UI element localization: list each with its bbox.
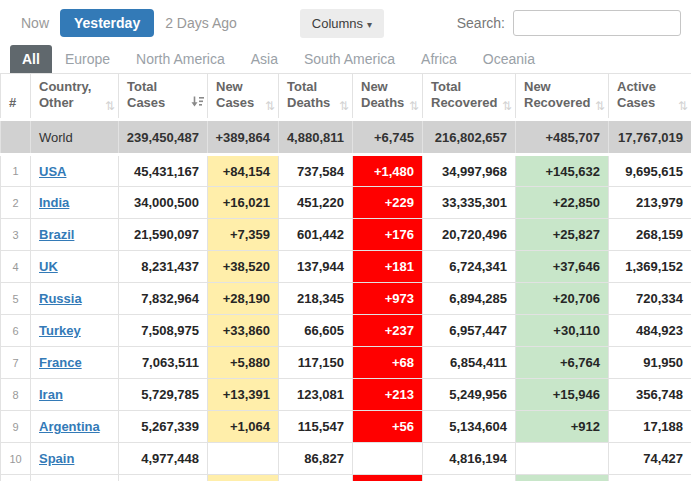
table-row: 3Brazil21,590,097+7,359601,442+17620,720…	[1, 219, 691, 251]
tab-oceania[interactable]: Oceania	[470, 45, 548, 73]
new-recovered-cell: +37,646	[516, 251, 609, 283]
time-filter-now[interactable]: Now	[10, 10, 60, 36]
country-link[interactable]: Iran	[39, 387, 63, 402]
new-recovered-cell	[516, 475, 609, 481]
new-deaths-cell: +229	[353, 187, 423, 219]
table-row	[1, 475, 691, 481]
tab-africa[interactable]: Africa	[408, 45, 470, 73]
new-recovered-cell: +6,764	[516, 347, 609, 379]
total-recovered-cell: 6,724,341	[423, 251, 516, 283]
rank-cell: 5	[1, 283, 31, 315]
active-cases-cell: 1,369,152	[609, 251, 691, 283]
col-header-total-cases[interactable]: Total Cases	[119, 74, 208, 120]
new-cases-cell: +16,021	[208, 187, 279, 219]
country-link[interactable]: Argentina	[39, 419, 100, 434]
columns-dropdown-label: Columns	[312, 16, 363, 31]
col-header-new-recovered[interactable]: New Recovered⇅	[516, 74, 609, 120]
new-cases-cell	[208, 475, 279, 481]
total-cases-cell: 5,267,339	[119, 411, 208, 443]
col-header-new-cases[interactable]: New Cases⇅	[208, 74, 279, 120]
col-header-label: Total Cases	[127, 79, 165, 110]
rank-cell	[1, 475, 31, 481]
total-cases-cell: 45,431,167	[119, 155, 208, 187]
sort-both-icon: ⇅	[595, 100, 605, 112]
rank-cell: 3	[1, 219, 31, 251]
country-cell: Turkey	[31, 315, 119, 347]
total-cases-cell: 21,590,097	[119, 219, 208, 251]
covid-stats-page: NowYesterday2 Days Ago Columns▾ Search: …	[0, 0, 691, 481]
country-link[interactable]: Turkey	[39, 323, 81, 338]
table-row: 2India34,000,500+16,021451,220+22933,335…	[1, 187, 691, 219]
tab-north-america[interactable]: North America	[123, 45, 238, 73]
new-deaths-cell: +56	[353, 411, 423, 443]
col-header-label: New Cases	[216, 79, 254, 110]
col-header-blank[interactable]: #	[1, 74, 31, 120]
country-link[interactable]: Brazil	[39, 227, 74, 242]
table-row: 10Spain4,977,44886,8274,816,19474,427	[1, 443, 691, 475]
active-cases-cell: 17,188	[609, 411, 691, 443]
rank-cell: 8	[1, 379, 31, 411]
country-link[interactable]: USA	[39, 164, 66, 179]
country-link[interactable]: Spain	[39, 451, 74, 466]
time-filter-group: NowYesterday2 Days Ago	[10, 9, 248, 37]
country-link[interactable]: Russia	[39, 291, 82, 306]
col-header-total-recovered[interactable]: Total Recovered⇅	[423, 74, 516, 120]
time-filter-yesterday[interactable]: Yesterday	[60, 9, 154, 37]
columns-dropdown-button[interactable]: Columns▾	[300, 9, 384, 38]
country-cell: Iran	[31, 379, 119, 411]
col-header-total-deaths[interactable]: Total Deaths⇅	[279, 74, 353, 120]
new-deaths-cell: +1,480	[353, 155, 423, 187]
new-recovered-cell: +25,827	[516, 219, 609, 251]
new-deaths-cell	[353, 443, 423, 475]
col-header-label: New Recovered	[524, 79, 590, 110]
toolbar: NowYesterday2 Days Ago Columns▾ Search:	[0, 0, 691, 38]
new-recovered-cell	[516, 443, 609, 475]
total-recovered-cell: 6,957,447	[423, 315, 516, 347]
rank-cell: 9	[1, 411, 31, 443]
active-cases-cell	[609, 475, 691, 481]
total-recovered-cell: 6,894,285	[423, 283, 516, 315]
new-cases-cell: +13,391	[208, 379, 279, 411]
total-deaths-cell: 737,584	[279, 155, 353, 187]
col-header-label: Total Deaths	[287, 79, 330, 110]
time-filter-2-days-ago[interactable]: 2 Days Ago	[154, 10, 248, 36]
new-recovered-cell: +912	[516, 411, 609, 443]
country-link[interactable]: France	[39, 355, 82, 370]
sort-both-icon: ⇅	[409, 100, 419, 112]
col-header-active-cases[interactable]: Active Cases⇅	[609, 74, 691, 120]
active-cases-cell: 91,950	[609, 347, 691, 379]
total-deaths-cell: 218,345	[279, 283, 353, 315]
country-cell: USA	[31, 155, 119, 187]
total-deaths-cell: 451,220	[279, 187, 353, 219]
new-deaths-cell: +181	[353, 251, 423, 283]
tab-south-america[interactable]: South America	[291, 45, 408, 73]
country-link[interactable]: UK	[39, 259, 58, 274]
total-deaths-cell: 4,880,811	[279, 120, 353, 155]
tab-europe[interactable]: Europe	[52, 45, 123, 73]
total-recovered-cell: 33,335,301	[423, 187, 516, 219]
world-label-cell: World	[31, 120, 119, 155]
active-cases-cell: 74,427	[609, 443, 691, 475]
total-cases-cell: 8,231,437	[119, 251, 208, 283]
continent-tabs: AllEuropeNorth AmericaAsiaSouth AmericaA…	[0, 38, 691, 73]
col-header-label: Country, Other	[39, 79, 91, 110]
total-recovered-cell: 6,854,411	[423, 347, 516, 379]
search-label: Search:	[457, 15, 505, 31]
total-deaths-cell: 137,944	[279, 251, 353, 283]
tab-asia[interactable]: Asia	[238, 45, 291, 73]
tab-all[interactable]: All	[10, 45, 52, 73]
country-cell: Russia	[31, 283, 119, 315]
new-cases-cell: +38,520	[208, 251, 279, 283]
table-row: 9Argentina5,267,339+1,064115,547+565,134…	[1, 411, 691, 443]
col-header-country-other[interactable]: Country, Other⇅	[31, 74, 119, 120]
total-cases-cell: 239,450,487	[119, 120, 208, 155]
total-recovered-cell: 5,134,604	[423, 411, 516, 443]
new-deaths-cell: +213	[353, 379, 423, 411]
search-input[interactable]	[513, 10, 681, 36]
new-deaths-cell: +176	[353, 219, 423, 251]
sort-both-icon: ⇅	[265, 100, 275, 112]
new-deaths-cell: +237	[353, 315, 423, 347]
col-header-new-deaths[interactable]: New Deaths⇅	[353, 74, 423, 120]
total-recovered-cell: 4,816,194	[423, 443, 516, 475]
country-link[interactable]: India	[39, 195, 69, 210]
